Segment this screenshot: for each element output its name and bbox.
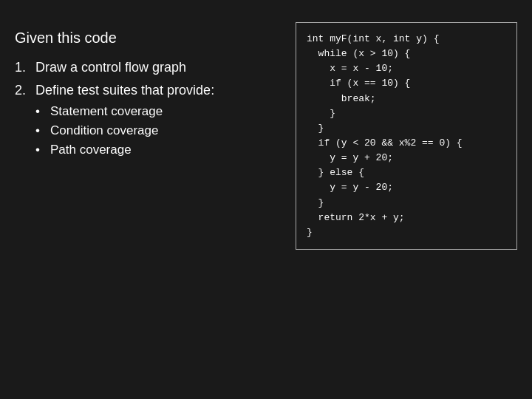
bullet-list: • Statement coverage • Condition coverag…	[35, 104, 163, 162]
list-item-1-text: Draw a control flow graph	[35, 60, 186, 75]
code-panel: int myF(int x, int y) { while (x > 10) {…	[296, 22, 517, 250]
code-line-7: if (y < 20 && x%2 == 0) {	[307, 136, 506, 151]
list-item-2-text: Define test suites that provide:	[35, 83, 214, 98]
bullet-icon-3: •	[35, 143, 50, 157]
bullet-item-1: • Statement coverage	[35, 104, 163, 119]
bullet-item-1-text: Statement coverage	[50, 104, 163, 119]
left-panel: Given this code 1. Draw a control flow g…	[15, 22, 281, 169]
code-line-9: } else {	[307, 166, 506, 180]
bullet-item-3: • Path coverage	[35, 143, 163, 157]
code-line-13: }	[307, 225, 506, 240]
code-line-6: }	[307, 121, 506, 136]
slide-title: Given this code	[15, 30, 281, 47]
list-item-2: 2. Define test suites that provide: • St…	[15, 83, 281, 162]
numbered-list: 1. Draw a control flow graph 2. Define t…	[15, 60, 281, 162]
code-line-1: while (x > 10) {	[307, 47, 506, 61]
code-line-10: y = y - 20;	[307, 180, 506, 195]
list-item-1: 1. Draw a control flow graph	[15, 60, 281, 75]
bullet-item-3-text: Path coverage	[50, 143, 132, 157]
bullet-icon-1: •	[35, 104, 50, 119]
list-number-2: 2.	[15, 83, 35, 98]
slide-container: Given this code 1. Draw a control flow g…	[0, 0, 532, 399]
bullet-icon-2: •	[35, 123, 50, 138]
bullet-item-2: • Condition coverage	[35, 123, 163, 138]
code-line-4: break;	[307, 92, 506, 106]
code-line-12: return 2*x + y;	[307, 211, 506, 225]
code-line-0: int myF(int x, int y) {	[307, 32, 506, 47]
code-line-8: y = y + 20;	[307, 151, 506, 166]
list-number-1: 1.	[15, 60, 35, 75]
code-line-3: if (x == 10) {	[307, 76, 506, 91]
code-line-2: x = x - 10;	[307, 61, 506, 76]
code-line-5: }	[307, 106, 506, 121]
bullet-item-2-text: Condition coverage	[50, 123, 158, 138]
code-line-11: }	[307, 196, 506, 211]
